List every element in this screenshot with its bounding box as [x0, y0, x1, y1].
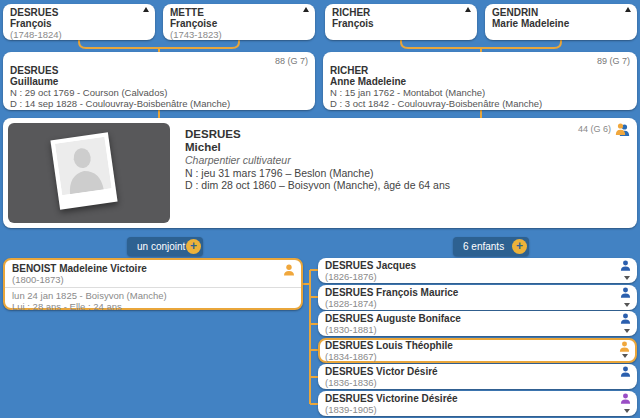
child-card-victor-desire[interactable]: DESRUES Victor Désiré (1836-1836) — [318, 364, 637, 389]
spouse-section-label: un conjoint — [137, 241, 185, 252]
marriage-date-line: lun 24 jan 1825 - Boisyvon (Manche) — [12, 290, 294, 301]
person-given-name: Michel — [185, 141, 450, 154]
person-surname: DESRUES — [10, 7, 148, 18]
child-years: (1826-1876) — [325, 271, 613, 282]
child-years: (1834-1867) — [325, 351, 613, 362]
child-name: DESRUES Victorine Désirée — [325, 393, 613, 404]
collapse-up-icon[interactable] — [625, 7, 631, 12]
children-section-label: 6 enfants — [463, 241, 504, 252]
spouse-card-benoist[interactable]: BENOIST Madeleine Victoire (1800-1873) l… — [3, 258, 303, 310]
ancestor-card-gendrin-marie[interactable]: GENDRIN Marie Madeleine — [485, 4, 637, 40]
person-given-name: Anne Madeleine — [330, 76, 630, 87]
person-years: (1748-1824) — [10, 29, 148, 40]
child-name: DESRUES Louis Théophile — [325, 340, 613, 351]
chevron-down-icon[interactable] — [624, 303, 630, 307]
child-name: DESRUES Victor Désiré — [325, 366, 613, 377]
person-surname: DESRUES — [185, 128, 450, 141]
birth-line: N : 15 jan 1762 - Montabot (Manche) — [330, 87, 630, 98]
collapse-up-icon[interactable] — [465, 7, 471, 12]
collapse-up-icon[interactable] — [143, 7, 149, 12]
spouse-section-button[interactable]: un conjoint + — [127, 237, 203, 256]
add-spouse-plus-icon[interactable]: + — [186, 239, 201, 254]
child-card-louis-theophile[interactable]: DESRUES Louis Théophile (1834-1867) — [318, 338, 637, 363]
occupation: Charpentier cultivateur — [185, 154, 450, 167]
chevron-down-icon[interactable] — [622, 354, 628, 358]
person-surname: DESRUES — [10, 65, 308, 76]
sosa-number: 44 (G 6) — [578, 124, 611, 134]
photo-placeholder[interactable] — [8, 123, 170, 223]
child-card-jacques[interactable]: DESRUES Jacques (1826-1876) — [318, 258, 637, 283]
death-line: D : 14 sep 1828 - Coulouvray-Boisbenâtre… — [10, 98, 308, 109]
silhouette-icon — [55, 137, 112, 195]
child-name: DESRUES Jacques — [325, 260, 613, 271]
person-surname: RICHER — [332, 7, 470, 18]
polaroid-frame — [50, 132, 117, 209]
parent-card-richer-anne[interactable]: 89 (G 7) RICHER Anne Madeleine N : 15 ja… — [323, 52, 637, 110]
sosa-number: 88 (G 7) — [275, 56, 308, 66]
collapse-up-icon[interactable] — [303, 7, 309, 12]
person-given-name: François — [10, 18, 148, 29]
child-years: (1830-1881) — [325, 324, 613, 335]
person-given-name: Guillaume — [10, 76, 308, 87]
person-surname: GENDRIN — [492, 7, 630, 18]
marriage-ages-line: Lui : 28 ans - Elle : 24 ans — [12, 301, 294, 312]
person-given-name: Marie Madeleine — [492, 18, 630, 29]
children-section-button[interactable]: 6 enfants + — [453, 237, 529, 256]
child-years: (1828-1874) — [325, 298, 613, 309]
divider — [5, 287, 301, 288]
chevron-down-icon[interactable] — [624, 409, 630, 413]
child-person-icon[interactable] — [620, 313, 631, 324]
chevron-down-icon[interactable] — [624, 276, 630, 280]
child-years: (1839-1905) — [325, 404, 613, 415]
add-child-plus-icon[interactable]: + — [512, 239, 527, 254]
death-line: D : 3 oct 1842 - Coulouvray-Boisbenâtre … — [330, 98, 630, 109]
parent-card-desrues-guillaume[interactable]: 88 (G 7) DESRUES Guillaume N : 29 oct 17… — [3, 52, 315, 110]
main-person-info: DESRUES Michel Charpentier cultivateur N… — [185, 128, 450, 192]
birth-line: N : jeu 31 mars 1796 – Beslon (Manche) — [185, 167, 450, 180]
ancestor-card-desrues-francois[interactable]: DESRUES François (1748-1824) — [3, 4, 155, 40]
child-person-icon[interactable] — [620, 260, 631, 271]
death-line: D : dim 28 oct 1860 – Boisyvon (Manche),… — [185, 179, 450, 192]
birth-line: N : 29 oct 1769 - Courson (Calvados) — [10, 87, 308, 98]
child-person-icon[interactable] — [620, 366, 631, 377]
ancestor-card-mette-francoise[interactable]: METTE Françoise (1743-1823) — [163, 4, 315, 40]
person-years: (1743-1823) — [170, 29, 308, 40]
child-name: DESRUES François Maurice — [325, 287, 613, 298]
child-name: DESRUES Auguste Boniface — [325, 313, 613, 324]
sosa-person-icon[interactable] — [615, 123, 630, 136]
sosa-number: 89 (G 7) — [597, 56, 630, 66]
person-surname: METTE — [170, 7, 308, 18]
person-given-name: François — [332, 18, 470, 29]
child-card-auguste-boniface[interactable]: DESRUES Auguste Boniface (1830-1881) — [318, 311, 637, 336]
person-surname: RICHER — [330, 65, 630, 76]
child-card-francois-maurice[interactable]: DESRUES François Maurice (1828-1874) — [318, 285, 637, 310]
family-tree-view: DESRUES François (1748-1824) METTE Franç… — [0, 0, 640, 418]
child-person-icon[interactable] — [620, 393, 631, 404]
child-person-icon[interactable] — [619, 341, 630, 352]
child-card-victorine-desiree[interactable]: DESRUES Victorine Désirée (1839-1905) — [318, 391, 637, 416]
person-given-name: Françoise — [170, 18, 308, 29]
main-person-card: 44 (G 6) DESRUES Michel Charpentier cult… — [3, 118, 637, 228]
child-person-icon[interactable] — [620, 287, 631, 298]
child-years: (1836-1836) — [325, 377, 613, 388]
spouse-name: BENOIST Madeleine Victoire — [12, 263, 294, 274]
spouse-years: (1800-1873) — [12, 274, 294, 285]
spouse-person-icon[interactable] — [283, 264, 295, 276]
chevron-down-icon[interactable] — [624, 329, 630, 333]
ancestor-card-richer-francois[interactable]: RICHER François — [325, 4, 477, 40]
